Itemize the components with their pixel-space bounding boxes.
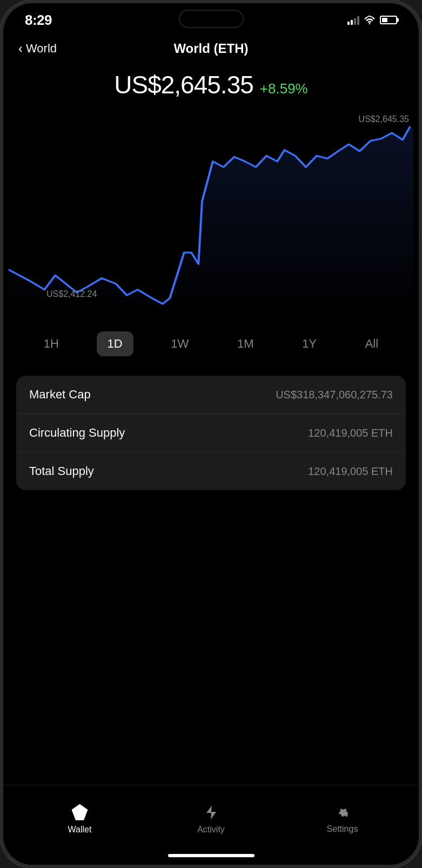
market-cap-value: US$318,347,060,275.73 bbox=[276, 389, 393, 401]
period-1w[interactable]: 1W bbox=[160, 331, 199, 356]
total-supply-value: 120,419,005 ETH bbox=[308, 465, 393, 478]
total-supply-label: Total Supply bbox=[29, 464, 94, 478]
wifi-icon bbox=[364, 16, 376, 24]
chart-low-label: US$2,412.24 bbox=[46, 289, 97, 299]
nav-header: ‹ World World (ETH) bbox=[3, 32, 419, 65]
price-main: US$2,645.35 +8.59% bbox=[14, 70, 408, 99]
bottom-nav: Wallet Activity Settings bbox=[3, 785, 419, 850]
phone-screen: 8:29 bbox=[3, 3, 419, 865]
price-value: US$2,645.35 bbox=[114, 70, 253, 99]
period-selector: 1H 1D 1W 1M 1Y All bbox=[3, 321, 419, 367]
chart-svg bbox=[9, 110, 413, 315]
settings-icon bbox=[335, 805, 350, 820]
content-spacer bbox=[3, 499, 419, 785]
back-button[interactable]: ‹ World bbox=[18, 42, 57, 56]
circulating-supply-label: Circulating Supply bbox=[29, 426, 125, 440]
price-chart: US$2,645.35 US$2,412.24 bbox=[3, 110, 419, 315]
price-container: US$2,645.35 +8.59% bbox=[3, 65, 419, 110]
period-all[interactable]: All bbox=[354, 331, 389, 356]
battery-icon bbox=[380, 16, 397, 24]
nav-item-wallet[interactable]: Wallet bbox=[56, 804, 104, 835]
phone-frame: 8:29 bbox=[0, 0, 422, 868]
chart-high-label: US$2,645.35 bbox=[359, 114, 409, 124]
circulating-supply-value: 120,419,005 ETH bbox=[308, 427, 393, 439]
nav-activity-label: Activity bbox=[197, 825, 225, 835]
activity-icon bbox=[204, 804, 218, 820]
nav-settings-label: Settings bbox=[327, 824, 358, 834]
nav-wallet-label: Wallet bbox=[68, 825, 92, 835]
status-time: 8:29 bbox=[25, 12, 52, 29]
stats-row-market-cap: Market Cap US$318,347,060,275.73 bbox=[16, 376, 406, 414]
stats-row-total: Total Supply 120,419,005 ETH bbox=[16, 452, 406, 490]
signal-icon bbox=[347, 15, 359, 25]
period-1m[interactable]: 1M bbox=[226, 331, 265, 356]
period-1h[interactable]: 1H bbox=[33, 331, 70, 356]
period-1y[interactable]: 1Y bbox=[291, 331, 327, 356]
home-indicator bbox=[168, 854, 254, 857]
stats-card: Market Cap US$318,347,060,275.73 Circula… bbox=[16, 376, 406, 490]
status-icons bbox=[347, 15, 397, 25]
wallet-icon bbox=[72, 804, 88, 820]
back-label: World bbox=[26, 42, 57, 56]
period-1d[interactable]: 1D bbox=[97, 331, 133, 356]
nav-item-activity[interactable]: Activity bbox=[187, 804, 236, 835]
nav-item-settings[interactable]: Settings bbox=[318, 805, 367, 834]
price-change: +8.59% bbox=[260, 80, 308, 97]
market-cap-label: Market Cap bbox=[29, 388, 91, 402]
svg-point-0 bbox=[369, 23, 371, 24]
page-title: World (ETH) bbox=[173, 41, 248, 56]
back-chevron-icon: ‹ bbox=[18, 42, 23, 55]
dynamic-island bbox=[179, 10, 244, 28]
stats-row-circulating: Circulating Supply 120,419,005 ETH bbox=[16, 414, 406, 452]
